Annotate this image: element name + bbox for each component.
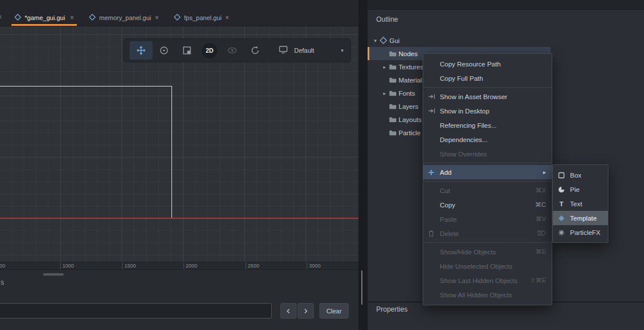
gui-scene-icon bbox=[380, 37, 389, 44]
close-icon[interactable]: × bbox=[70, 14, 74, 22]
outline-title: Outline bbox=[376, 15, 398, 23]
tree-row-gui[interactable]: ▾ Gui bbox=[368, 34, 644, 47]
console-filter-input[interactable] bbox=[0, 303, 272, 319]
submenu-arrow-icon: ▸ bbox=[543, 169, 546, 175]
close-icon[interactable]: × bbox=[155, 14, 159, 22]
shortcut-label: ⌦ bbox=[537, 230, 546, 237]
menu-item-copy[interactable]: Copy ⌘C bbox=[423, 198, 552, 212]
add-submenu: Box Pie T Text Template ParticleFX bbox=[552, 164, 608, 243]
twisty-expanded-icon[interactable]: ▾ bbox=[371, 38, 380, 44]
menu-item-referencing-files[interactable]: Referencing Files... bbox=[423, 118, 552, 132]
clear-button[interactable]: Clear bbox=[319, 303, 349, 319]
x-axis-line bbox=[0, 218, 358, 219]
menu-item-add[interactable]: Add ▸ bbox=[423, 165, 552, 179]
menu-item-show-in-desktop[interactable]: Show in Desktop bbox=[423, 104, 552, 118]
trash-icon bbox=[428, 230, 440, 237]
folder-icon bbox=[389, 129, 399, 136]
pane-divider bbox=[358, 0, 368, 330]
particlefx-icon bbox=[557, 229, 565, 236]
ruler-tick bbox=[60, 262, 61, 269]
folder-icon bbox=[389, 50, 399, 57]
tab-memory-panel[interactable]: memory_panel.gui × bbox=[84, 10, 164, 26]
scene-viewport[interactable]: 2D Default ▾ 500 1000 15 bbox=[0, 26, 358, 269]
twisty-collapsed-icon[interactable]: ▸ bbox=[380, 91, 389, 96]
jump-arrow-icon bbox=[428, 108, 440, 114]
ruler-tick bbox=[122, 262, 123, 269]
move-tool-button[interactable] bbox=[130, 41, 153, 60]
folder-icon bbox=[389, 90, 399, 96]
console-partial-label: s bbox=[1, 278, 4, 286]
submenu-item-pie[interactable]: Pie bbox=[553, 182, 608, 197]
shortcut-label: ⌘V bbox=[536, 215, 546, 223]
prev-match-button[interactable] bbox=[280, 303, 296, 319]
menu-item-show-hide-objects: Show/Hide Objects ⌘E bbox=[423, 245, 552, 259]
menu-item-copy-full-path[interactable]: Copy Full Path bbox=[423, 71, 552, 85]
folder-icon bbox=[389, 116, 399, 123]
plus-icon bbox=[428, 169, 440, 176]
tab-label: memory_panel.gui bbox=[99, 14, 151, 21]
gui-bounds-rect bbox=[0, 86, 172, 218]
rotate-tool-button[interactable] bbox=[153, 41, 175, 60]
tree-row-label: Layers bbox=[399, 103, 419, 110]
ruler-label: 2000 bbox=[186, 263, 197, 269]
tree-row-label: Textures bbox=[399, 64, 423, 70]
submenu-item-box[interactable]: Box bbox=[553, 168, 608, 182]
console-panel: s Clear bbox=[0, 269, 358, 330]
menu-item-show-overrides: Show Overrides bbox=[423, 147, 552, 161]
shortcut-label: ⌘X bbox=[536, 187, 546, 194]
ruler-label: 1500 bbox=[124, 263, 136, 269]
ruler-tick bbox=[184, 262, 184, 269]
submenu-item-particlefx[interactable]: ParticleFX bbox=[553, 225, 608, 239]
2d-mode-toggle[interactable]: 2D bbox=[202, 43, 217, 58]
submenu-item-template[interactable]: Template bbox=[553, 211, 608, 225]
menu-item-show-in-asset-browser[interactable]: Show in Asset Browser bbox=[423, 89, 552, 104]
tab-label: *game_gui.gui bbox=[25, 14, 65, 21]
camera-select[interactable]: Default ▾ bbox=[278, 44, 345, 57]
ruler-label: 2500 bbox=[248, 263, 259, 269]
box-icon bbox=[557, 172, 565, 179]
close-icon[interactable]: × bbox=[0, 13, 2, 21]
scale-tool-button[interactable] bbox=[175, 41, 198, 60]
context-menu: Copy Resource Path Copy Full Path Show i… bbox=[423, 53, 552, 305]
scene-toolbar: 2D Default ▾ bbox=[123, 38, 351, 62]
tree-row-label: Gui bbox=[389, 37, 400, 44]
horizontal-scrollbar[interactable] bbox=[43, 273, 64, 276]
text-icon: T bbox=[557, 201, 565, 207]
next-match-button[interactable] bbox=[298, 303, 314, 319]
camera-label: Default bbox=[294, 47, 314, 54]
frame-selection-button[interactable] bbox=[244, 41, 267, 60]
menu-item-copy-resource-path[interactable]: Copy Resource Path bbox=[423, 57, 552, 71]
close-icon[interactable]: × bbox=[225, 14, 229, 22]
menu-item-cut: Cut ⌘X bbox=[423, 183, 552, 198]
gui-file-icon bbox=[89, 14, 96, 22]
menu-item-delete: Delete ⌦ bbox=[423, 226, 552, 241]
ruler-tick bbox=[307, 262, 307, 269]
splitter-handle[interactable] bbox=[361, 270, 362, 305]
tree-row-label: Layouts bbox=[399, 116, 421, 123]
pie-icon bbox=[557, 186, 565, 193]
twisty-collapsed-icon[interactable]: ▸ bbox=[380, 64, 389, 70]
menu-item-dependencies[interactable]: Dependencies... bbox=[423, 132, 552, 147]
shortcut-label: ⇧⌘E bbox=[530, 277, 546, 284]
menu-separator bbox=[424, 242, 551, 243]
chevron-down-icon: ▾ bbox=[341, 48, 345, 53]
tab-bar: × *game_gui.gui × memory_panel.gui × fps… bbox=[0, 0, 358, 26]
shortcut-label: ⌘C bbox=[535, 201, 546, 209]
tab-fps-panel[interactable]: fps_panel.gui × bbox=[169, 10, 233, 26]
visibility-filter-button[interactable] bbox=[221, 41, 244, 60]
horizontal-ruler: 500 1000 1500 2000 2500 3000 bbox=[0, 262, 358, 269]
menu-item-show-all-hidden-objects: Show All Hidden Objects bbox=[423, 288, 552, 302]
jump-arrow-icon bbox=[428, 93, 440, 100]
shortcut-label: ⌘E bbox=[536, 248, 546, 256]
menu-item-show-last-hidden-objects: Show Last Hidden Objects ⇧⌘E bbox=[423, 273, 552, 288]
tab-game-gui[interactable]: *game_gui.gui × bbox=[9, 10, 79, 26]
tree-row-label: Fonts bbox=[399, 90, 415, 97]
menu-separator bbox=[424, 163, 551, 163]
folder-icon bbox=[389, 64, 399, 70]
panel-top-strip bbox=[368, 0, 644, 10]
ruler-label: 1000 bbox=[63, 263, 74, 269]
menu-item-hide-unselected-objects: Hide Unselected Objects bbox=[423, 259, 552, 273]
properties-title: Properties bbox=[376, 305, 408, 313]
submenu-item-text[interactable]: T Text bbox=[553, 197, 608, 211]
ruler-label: 3000 bbox=[309, 263, 321, 269]
